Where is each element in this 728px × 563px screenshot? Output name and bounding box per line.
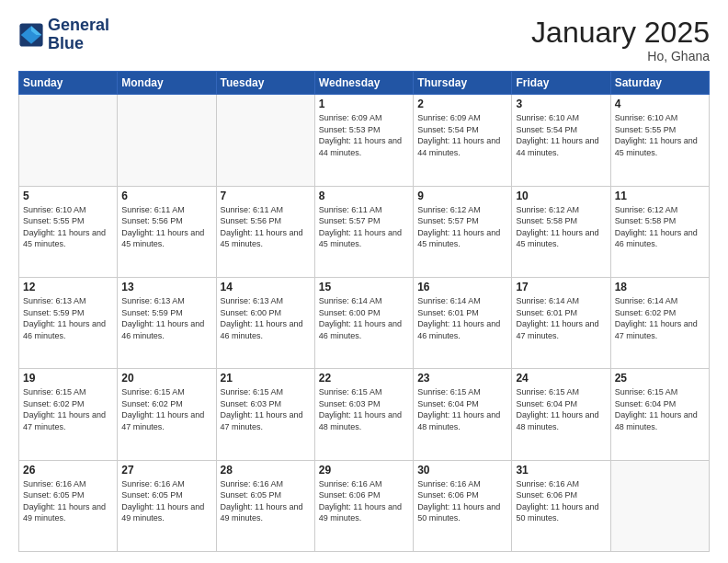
logo-icon <box>18 22 44 48</box>
calendar-cell: 2Sunrise: 6:09 AMSunset: 5:54 PMDaylight… <box>414 95 512 186</box>
day-number: 18 <box>615 281 705 293</box>
title-block: January 2025 Ho, Ghana <box>531 17 710 63</box>
calendar-cell: 13Sunrise: 6:13 AMSunset: 5:59 PMDayligh… <box>118 277 216 368</box>
day-info: Sunrise: 6:09 AMSunset: 5:54 PMDaylight:… <box>417 112 507 158</box>
day-number: 14 <box>221 281 311 293</box>
logo-line1: General <box>48 17 109 35</box>
day-info: Sunrise: 6:16 AMSunset: 6:05 PMDaylight:… <box>121 478 211 524</box>
calendar-cell: 10Sunrise: 6:12 AMSunset: 5:58 PMDayligh… <box>512 186 610 277</box>
calendar-cell: 16Sunrise: 6:14 AMSunset: 6:01 PMDayligh… <box>414 277 512 368</box>
day-number: 11 <box>615 190 705 202</box>
calendar-cell: 8Sunrise: 6:11 AMSunset: 5:57 PMDaylight… <box>314 186 413 277</box>
week-row: 1Sunrise: 6:09 AMSunset: 5:53 PMDaylight… <box>19 95 710 186</box>
day-number: 17 <box>516 281 606 293</box>
day-info: Sunrise: 6:10 AMSunset: 5:55 PMDaylight:… <box>23 204 113 250</box>
calendar-cell: 28Sunrise: 6:16 AMSunset: 6:05 PMDayligh… <box>216 460 314 551</box>
calendar-cell: 5Sunrise: 6:10 AMSunset: 5:55 PMDaylight… <box>19 186 118 277</box>
month-title: January 2025 <box>531 17 710 49</box>
day-number: 27 <box>121 464 211 477</box>
day-number: 8 <box>319 190 409 202</box>
day-info: Sunrise: 6:10 AMSunset: 5:54 PMDaylight:… <box>516 112 606 158</box>
day-number: 30 <box>417 464 507 477</box>
calendar-cell: 25Sunrise: 6:15 AMSunset: 6:04 PMDayligh… <box>610 369 709 460</box>
calendar-cell: 14Sunrise: 6:13 AMSunset: 6:00 PMDayligh… <box>216 277 314 368</box>
day-info: Sunrise: 6:14 AMSunset: 6:00 PMDaylight:… <box>319 295 409 341</box>
week-row: 5Sunrise: 6:10 AMSunset: 5:55 PMDaylight… <box>19 186 710 277</box>
weekday-header: Friday <box>512 72 610 95</box>
logo: General Blue <box>18 17 109 53</box>
calendar-cell: 18Sunrise: 6:14 AMSunset: 6:02 PMDayligh… <box>610 277 709 368</box>
day-number: 22 <box>319 372 409 385</box>
day-info: Sunrise: 6:15 AMSunset: 6:04 PMDaylight:… <box>615 386 705 432</box>
calendar-cell <box>19 95 118 186</box>
calendar-cell <box>118 95 216 186</box>
day-number: 31 <box>516 464 606 477</box>
weekday-header: Saturday <box>610 72 709 95</box>
day-info: Sunrise: 6:11 AMSunset: 5:56 PMDaylight:… <box>121 204 211 250</box>
day-info: Sunrise: 6:16 AMSunset: 6:06 PMDaylight:… <box>319 478 409 524</box>
day-info: Sunrise: 6:16 AMSunset: 6:06 PMDaylight:… <box>516 478 606 524</box>
calendar-cell: 29Sunrise: 6:16 AMSunset: 6:06 PMDayligh… <box>314 460 413 551</box>
day-info: Sunrise: 6:15 AMSunset: 6:04 PMDaylight:… <box>516 386 606 432</box>
day-info: Sunrise: 6:09 AMSunset: 5:53 PMDaylight:… <box>319 112 409 158</box>
day-info: Sunrise: 6:10 AMSunset: 5:55 PMDaylight:… <box>615 112 705 158</box>
day-number: 4 <box>615 98 705 110</box>
calendar-cell: 20Sunrise: 6:15 AMSunset: 6:02 PMDayligh… <box>118 369 216 460</box>
day-info: Sunrise: 6:14 AMSunset: 6:01 PMDaylight:… <box>516 295 606 341</box>
day-number: 21 <box>221 372 311 385</box>
day-info: Sunrise: 6:11 AMSunset: 5:56 PMDaylight:… <box>221 204 311 250</box>
day-info: Sunrise: 6:16 AMSunset: 6:06 PMDaylight:… <box>417 478 507 524</box>
weekday-header: Wednesday <box>314 72 413 95</box>
day-number: 13 <box>121 281 211 293</box>
day-number: 28 <box>221 464 311 477</box>
day-info: Sunrise: 6:16 AMSunset: 6:05 PMDaylight:… <box>221 478 311 524</box>
calendar-cell: 17Sunrise: 6:14 AMSunset: 6:01 PMDayligh… <box>512 277 610 368</box>
calendar-cell: 15Sunrise: 6:14 AMSunset: 6:00 PMDayligh… <box>314 277 413 368</box>
calendar-cell: 30Sunrise: 6:16 AMSunset: 6:06 PMDayligh… <box>414 460 512 551</box>
week-row: 19Sunrise: 6:15 AMSunset: 6:02 PMDayligh… <box>19 369 710 460</box>
day-number: 25 <box>615 372 705 385</box>
day-info: Sunrise: 6:12 AMSunset: 5:58 PMDaylight:… <box>615 204 705 250</box>
day-number: 7 <box>221 190 311 202</box>
calendar-cell: 24Sunrise: 6:15 AMSunset: 6:04 PMDayligh… <box>512 369 610 460</box>
day-number: 16 <box>417 281 507 293</box>
location: Ho, Ghana <box>531 49 710 63</box>
day-info: Sunrise: 6:12 AMSunset: 5:57 PMDaylight:… <box>417 204 507 250</box>
day-number: 15 <box>319 281 409 293</box>
calendar-cell: 9Sunrise: 6:12 AMSunset: 5:57 PMDaylight… <box>414 186 512 277</box>
day-number: 19 <box>23 372 113 385</box>
day-info: Sunrise: 6:15 AMSunset: 6:02 PMDaylight:… <box>121 386 211 432</box>
day-number: 26 <box>23 464 113 477</box>
day-number: 12 <box>23 281 113 293</box>
day-info: Sunrise: 6:13 AMSunset: 5:59 PMDaylight:… <box>23 295 113 341</box>
week-row: 12Sunrise: 6:13 AMSunset: 5:59 PMDayligh… <box>19 277 710 368</box>
calendar-cell: 6Sunrise: 6:11 AMSunset: 5:56 PMDaylight… <box>118 186 216 277</box>
day-info: Sunrise: 6:14 AMSunset: 6:02 PMDaylight:… <box>615 295 705 341</box>
header: General Blue January 2025 Ho, Ghana <box>18 17 710 63</box>
day-info: Sunrise: 6:14 AMSunset: 6:01 PMDaylight:… <box>417 295 507 341</box>
calendar-cell: 3Sunrise: 6:10 AMSunset: 5:54 PMDaylight… <box>512 95 610 186</box>
logo-text: General Blue <box>48 17 109 53</box>
logo-line2: Blue <box>48 35 109 53</box>
calendar-cell: 12Sunrise: 6:13 AMSunset: 5:59 PMDayligh… <box>19 277 118 368</box>
day-info: Sunrise: 6:13 AMSunset: 5:59 PMDaylight:… <box>121 295 211 341</box>
calendar-cell: 4Sunrise: 6:10 AMSunset: 5:55 PMDaylight… <box>610 95 709 186</box>
day-info: Sunrise: 6:13 AMSunset: 6:00 PMDaylight:… <box>221 295 311 341</box>
calendar-cell <box>216 95 314 186</box>
calendar-cell: 26Sunrise: 6:16 AMSunset: 6:05 PMDayligh… <box>19 460 118 551</box>
day-info: Sunrise: 6:11 AMSunset: 5:57 PMDaylight:… <box>319 204 409 250</box>
day-number: 2 <box>417 98 507 110</box>
day-number: 29 <box>319 464 409 477</box>
week-row: 26Sunrise: 6:16 AMSunset: 6:05 PMDayligh… <box>19 460 710 551</box>
day-info: Sunrise: 6:15 AMSunset: 6:03 PMDaylight:… <box>221 386 311 432</box>
calendar-cell: 1Sunrise: 6:09 AMSunset: 5:53 PMDaylight… <box>314 95 413 186</box>
day-number: 6 <box>121 190 211 202</box>
day-number: 24 <box>516 372 606 385</box>
calendar-cell: 19Sunrise: 6:15 AMSunset: 6:02 PMDayligh… <box>19 369 118 460</box>
day-info: Sunrise: 6:15 AMSunset: 6:02 PMDaylight:… <box>23 386 113 432</box>
day-number: 3 <box>516 98 606 110</box>
day-number: 10 <box>516 190 606 202</box>
day-number: 1 <box>319 98 409 110</box>
day-number: 5 <box>23 190 113 202</box>
calendar-cell <box>610 460 709 551</box>
